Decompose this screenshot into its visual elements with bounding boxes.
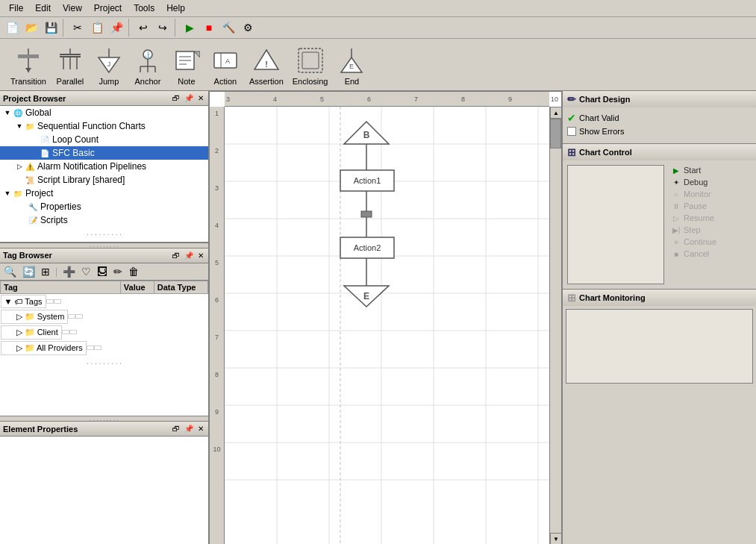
expand-sfc[interactable]: ▼ bbox=[15, 122, 24, 131]
scroll-track-v[interactable] bbox=[550, 119, 561, 533]
tree-item-loop-count[interactable]: ▷ 📄 Loop Count bbox=[0, 133, 208, 146]
parallel-label: Parallel bbox=[57, 77, 84, 86]
transition-tool[interactable]: Transition bbox=[6, 44, 51, 87]
tree-item-properties[interactable]: ▷ 🔧 Properties bbox=[0, 200, 208, 213]
tag-row-all-providers[interactable]: ▷ 📁 All Providers bbox=[1, 340, 121, 356]
transition-icon bbox=[13, 46, 43, 75]
tree-item-sfc-basic[interactable]: ▷ 📄 SFC Basic bbox=[0, 146, 208, 160]
action-tool[interactable]: A Action bbox=[206, 44, 245, 87]
anchor-tool[interactable]: ⚓ Anchor bbox=[128, 44, 167, 87]
elem-props-content bbox=[0, 437, 208, 544]
expand-global[interactable]: ▼ bbox=[3, 108, 12, 117]
expand-alarm[interactable]: ▷ bbox=[15, 162, 24, 171]
tag-row-client[interactable]: ▷ 📁 Client bbox=[1, 325, 121, 340]
build-button[interactable]: 🔨 bbox=[219, 19, 237, 37]
tag-all-providers: All Providers bbox=[37, 343, 83, 352]
project-restore-btn[interactable]: 🗗 bbox=[171, 94, 181, 102]
new-button[interactable]: 📄 bbox=[3, 19, 21, 37]
menu-help[interactable]: Help bbox=[160, 1, 191, 15]
panel-resize-2[interactable]: . . . . . . . . . bbox=[0, 416, 208, 422]
end-tool[interactable]: E End bbox=[332, 44, 371, 87]
assertion-tool[interactable]: ! Assertion bbox=[245, 44, 288, 87]
panel-resize-1[interactable]: . . . . . . . . . bbox=[0, 243, 208, 248]
tree-item-global[interactable]: ▼ 🌐 Global bbox=[0, 106, 208, 119]
monitor-icon: ○ bbox=[672, 190, 681, 198]
ruler-mark-8: 8 bbox=[461, 96, 465, 103]
menu-project[interactable]: Project bbox=[88, 1, 128, 15]
menu-edit[interactable]: Edit bbox=[29, 1, 57, 15]
cancel-icon: ■ bbox=[672, 249, 681, 258]
enclosing-tool[interactable]: Enclosing bbox=[288, 44, 333, 87]
tag-pin-btn[interactable]: 📌 bbox=[183, 251, 195, 260]
menu-tools[interactable]: Tools bbox=[128, 1, 160, 15]
tag-filter-btn[interactable]: ♡ bbox=[79, 265, 93, 278]
chart-valid-item: ✔ Chart Valid bbox=[567, 112, 752, 124]
tag-refresh-btn[interactable]: 🔄 bbox=[20, 265, 37, 278]
tag-table: Tag Value Data Type ▼ 🏷 Tags ▷ 📁 System bbox=[0, 281, 208, 356]
canvas-container[interactable]: 3 4 5 6 7 8 9 10 1 2 3 4 5 6 7 8 9 10 bbox=[209, 91, 562, 544]
tag-search-btn[interactable]: 🔍 bbox=[1, 265, 19, 278]
resume-icon: ▷ bbox=[672, 213, 681, 222]
ctrl-start[interactable]: ▶ Start bbox=[670, 165, 718, 175]
project-close-btn[interactable]: ✕ bbox=[196, 94, 205, 102]
save-button[interactable]: 💾 bbox=[42, 19, 60, 37]
chart-monitoring-icon: ⊞ bbox=[567, 292, 576, 304]
settings-button[interactable]: ⚙ bbox=[239, 19, 257, 37]
cancel-label: Cancel bbox=[684, 249, 709, 258]
show-errors-checkbox[interactable] bbox=[567, 127, 576, 136]
end-label: End bbox=[345, 77, 360, 86]
run-button[interactable]: ▶ bbox=[181, 19, 199, 37]
tag-edit-btn[interactable]: ✏ bbox=[111, 265, 125, 278]
elem-restore-btn[interactable]: 🗗 bbox=[171, 425, 181, 433]
svg-text:B: B bbox=[363, 130, 370, 140]
tree-item-project[interactable]: ▼ 📁 Project bbox=[0, 187, 208, 200]
paste-button[interactable]: 📌 bbox=[107, 19, 125, 37]
tree-item-scripts[interactable]: ▷ 📝 Scripts bbox=[0, 213, 208, 227]
open-button[interactable]: 📂 bbox=[22, 19, 40, 37]
sfc-folder-icon: 📁 bbox=[24, 120, 36, 132]
elem-pin-btn[interactable]: 📌 bbox=[183, 425, 195, 433]
redo-button[interactable]: ↪ bbox=[154, 19, 172, 37]
center-panel: 3 4 5 6 7 8 9 10 1 2 3 4 5 6 7 8 9 10 bbox=[209, 91, 562, 544]
row-5: 5 bbox=[210, 259, 224, 266]
tag-row-tags[interactable]: ▼ 🏷 Tags bbox=[1, 294, 121, 309]
copy-button[interactable]: 📋 bbox=[88, 19, 106, 37]
elem-close-btn[interactable]: ✕ bbox=[196, 425, 205, 433]
tree-item-sfc[interactable]: ▼ 📁 Sequential Function Charts bbox=[0, 119, 208, 133]
tag-system-type bbox=[75, 314, 83, 319]
vertical-scrollbar[interactable]: ▲ ▼ bbox=[549, 107, 561, 544]
stop-button[interactable]: ■ bbox=[200, 19, 218, 37]
jump-tool[interactable]: J Jump bbox=[90, 44, 128, 87]
tag-delete-btn[interactable]: 🗑 bbox=[126, 265, 141, 278]
chart-control-section: ⊞ Chart Control ▶ Start ✦ Debug bbox=[563, 144, 756, 290]
row-6: 6 bbox=[210, 296, 224, 304]
tag-add-btn[interactable]: ➕ bbox=[60, 265, 78, 278]
tag-row-system[interactable]: ▷ 📁 System bbox=[1, 309, 121, 325]
grid-main[interactable]: B Action1 Action2 bbox=[225, 107, 549, 544]
svg-text:E: E bbox=[363, 291, 369, 301]
parallel-tool[interactable]: Parallel bbox=[51, 44, 90, 87]
project-pin-btn[interactable]: 📌 bbox=[183, 94, 195, 102]
menu-view[interactable]: View bbox=[57, 1, 88, 15]
scroll-up-btn[interactable]: ▲ bbox=[550, 107, 562, 119]
scroll-down-btn[interactable]: ▼ bbox=[550, 533, 562, 544]
menu-bar: File Edit View Project Tools Help bbox=[0, 0, 756, 17]
tag-client-value bbox=[62, 330, 69, 334]
cut-button[interactable]: ✂ bbox=[69, 19, 87, 37]
project-browser-header: Project Browser 🗗 📌 ✕ bbox=[0, 91, 208, 106]
ctrl-debug[interactable]: ✦ Debug bbox=[670, 177, 718, 187]
menu-file[interactable]: File bbox=[3, 1, 29, 15]
step-icon: ▶| bbox=[672, 225, 681, 234]
jump-icon: J bbox=[94, 46, 124, 75]
tag-restore-btn[interactable]: 🗗 bbox=[171, 251, 181, 260]
sfc-item-icon: 📄 bbox=[39, 134, 51, 146]
tree-item-script-lib[interactable]: ▷ 📜 Script Library [shared] bbox=[0, 173, 208, 187]
tree-item-alarm[interactable]: ▷ ⚠️ Alarm Notification Pipelines bbox=[0, 160, 208, 173]
note-tool[interactable]: Note bbox=[167, 44, 206, 87]
tag-sfc-btn[interactable]: ⛾ bbox=[95, 265, 110, 278]
tag-view-btn[interactable]: ⊞ bbox=[39, 265, 52, 278]
undo-button[interactable]: ↩ bbox=[134, 19, 152, 37]
tag-close-btn[interactable]: ✕ bbox=[196, 251, 205, 260]
expand-project[interactable]: ▼ bbox=[3, 189, 12, 198]
scroll-thumb-v[interactable] bbox=[550, 119, 561, 148]
